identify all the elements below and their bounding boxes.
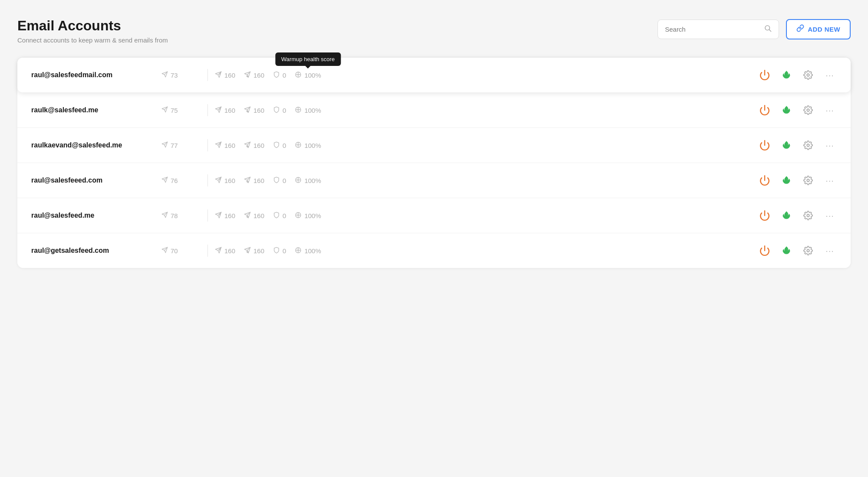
more-dots-icon: ···	[825, 106, 834, 114]
divider	[207, 104, 208, 116]
stat-sent-val: 160	[224, 177, 235, 184]
stat-spam: 0	[273, 212, 286, 220]
stat-spam-val: 0	[283, 72, 286, 79]
warmup-received-icon	[244, 176, 251, 185]
more-dots-icon: ···	[825, 141, 834, 150]
stats-section: 160 160 0	[215, 106, 758, 114]
stats-section: 160 160 0	[215, 212, 758, 220]
more-options-button[interactable]: ···	[823, 138, 837, 152]
flame-button[interactable]	[779, 68, 793, 82]
actions-section: ···	[758, 244, 837, 258]
send-icon	[161, 71, 168, 79]
stat-received: 160	[244, 247, 264, 255]
svg-point-19	[807, 109, 809, 112]
send-icon	[161, 247, 168, 255]
stat-sent-val: 160	[224, 142, 235, 149]
send-icon	[161, 212, 168, 219]
actions-section: ···	[758, 209, 837, 222]
more-options-button[interactable]: ···	[823, 209, 837, 222]
link-icon	[796, 24, 804, 34]
stat-sent: 160	[215, 106, 235, 114]
warmup-received-icon	[244, 212, 251, 220]
stat-health: 100%	[295, 212, 321, 220]
add-new-button[interactable]: ADD NEW	[786, 19, 851, 39]
actions-section: ···	[758, 138, 837, 152]
score-section: 76	[161, 176, 201, 184]
stat-received: 160	[244, 176, 264, 185]
settings-button[interactable]	[801, 103, 815, 117]
score-section: 73	[161, 71, 201, 79]
settings-button[interactable]	[801, 244, 815, 258]
stats-section: 160 160 0	[215, 247, 758, 255]
more-options-button[interactable]: ···	[823, 103, 837, 117]
power-button[interactable]	[758, 209, 772, 222]
warmup-received-icon	[244, 247, 251, 255]
flame-button[interactable]	[779, 103, 793, 117]
stat-health: 100%	[295, 106, 321, 114]
table-row: raul@salesfeeed.com 76 160	[17, 163, 851, 198]
stat-spam: 0	[273, 71, 286, 79]
stat-received: 160	[244, 212, 264, 220]
stat-sent: 160	[215, 141, 235, 150]
stat-sent: 160	[215, 247, 235, 255]
stat-spam: 0	[273, 106, 286, 114]
power-button[interactable]	[758, 103, 772, 117]
stat-sent-val: 160	[224, 212, 235, 219]
more-dots-icon: ···	[825, 211, 834, 220]
stat-health-val: 100%	[304, 177, 321, 184]
score-num: 78	[171, 212, 178, 219]
divider	[207, 209, 208, 222]
divider	[207, 69, 208, 81]
shield-icon	[273, 71, 280, 79]
stat-health-val: 100%	[304, 72, 321, 79]
more-options-button[interactable]: ···	[823, 244, 837, 258]
account-email: raulkaevand@salesfeed.me	[31, 141, 161, 149]
account-email: raulk@salesfeed.me	[31, 106, 161, 114]
actions-section: ···	[758, 68, 837, 82]
accounts-list: raul@salesfeedmail.com 73	[17, 58, 851, 268]
stat-received: 160	[244, 106, 264, 114]
stat-spam-val: 0	[283, 177, 286, 184]
account-email: raul@salesfeedmail.com	[31, 71, 161, 79]
warmup-received-icon	[244, 141, 251, 150]
stat-health: 100%	[295, 176, 321, 185]
power-button[interactable]	[758, 173, 772, 187]
send-icon	[161, 141, 168, 149]
stat-spam-val: 0	[283, 212, 286, 219]
divider	[207, 139, 208, 151]
settings-button[interactable]	[801, 68, 815, 82]
power-button[interactable]	[758, 68, 772, 82]
settings-button[interactable]	[801, 173, 815, 187]
score-num: 75	[171, 107, 178, 114]
score-section: 78	[161, 212, 201, 219]
page-subtitle: Connect accounts to keep warm & send ema…	[17, 36, 168, 44]
shield-icon	[273, 141, 280, 150]
more-dots-icon: ···	[825, 176, 834, 185]
more-options-button[interactable]: ···	[823, 68, 837, 82]
search-icon	[764, 24, 772, 34]
warmup-sent-icon	[215, 141, 222, 150]
score-num: 73	[171, 72, 178, 79]
svg-point-10	[807, 74, 809, 77]
more-options-button[interactable]: ···	[823, 173, 837, 187]
flame-button[interactable]	[779, 138, 793, 152]
table-row: raul@salesfeed.me 78 160	[17, 198, 851, 233]
table-row: raulk@salesfeed.me 75 160	[17, 93, 851, 128]
flame-button[interactable]	[779, 209, 793, 222]
health-icon	[295, 141, 302, 150]
power-button[interactable]	[758, 138, 772, 152]
search-box[interactable]	[658, 20, 779, 39]
stat-health: 100%	[295, 141, 321, 150]
stat-sent-val: 160	[224, 247, 235, 255]
settings-button[interactable]	[801, 209, 815, 222]
flame-button[interactable]	[779, 244, 793, 258]
stat-sent-val: 160	[224, 72, 235, 79]
search-input[interactable]	[665, 26, 760, 33]
power-button[interactable]	[758, 244, 772, 258]
settings-button[interactable]	[801, 138, 815, 152]
send-icon	[161, 176, 168, 184]
svg-point-55	[807, 250, 809, 252]
flame-button[interactable]	[779, 173, 793, 187]
warmup-sent-icon	[215, 212, 222, 220]
health-icon	[295, 176, 302, 185]
